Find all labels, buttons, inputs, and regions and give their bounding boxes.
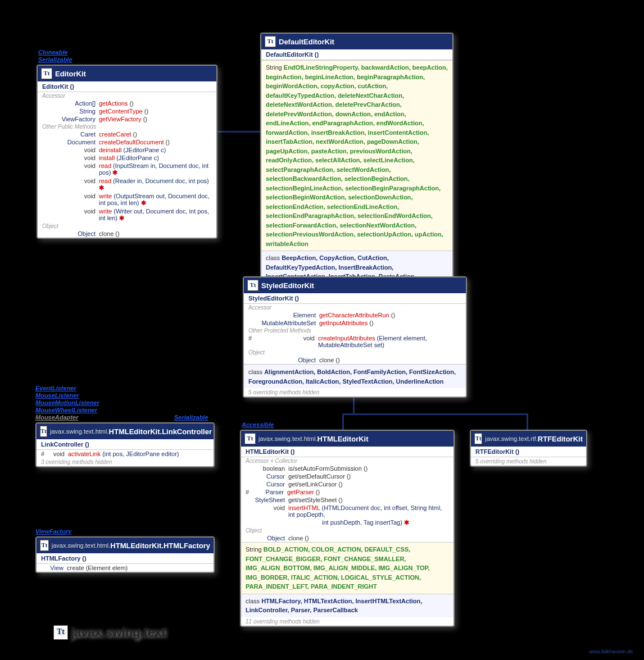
label-mousewheel[interactable]: MouseWheelListener [35,407,97,413]
rtfeditorkit-header: Ttjavax.swing.text.rtf.RTFEditorKit [471,431,586,447]
defaulteditorkit-ctor[interactable]: DefaultEditorKit () [261,49,452,60]
stylededitorkit-body: Accessor ElementgetCharacterAttributeRun… [244,304,466,365]
connector-to-rtf [527,413,528,430]
label-mouseadapter[interactable]: MouseAdapter [35,414,78,421]
editorkit-ctor[interactable]: EditorKit () [38,81,216,92]
package-icon: Tt [53,625,68,640]
rtfeditorkit-title: RTFEditorKit [538,435,583,443]
htmlfactory-method: Viewcreate (Element elem) [37,564,214,572]
class-stylededitorkit: TtStyledEditorKit StyledEditorKit () Acc… [243,276,467,398]
htmlfactory-title: HTMLEditorKit.HTMLFactory [110,541,210,550]
class-icon: Tt [244,433,256,444]
stylededitorkit-ctor[interactable]: StyledEditorKit () [244,293,466,304]
hidden-note: 3 overriding methods hidden [37,458,214,466]
defaulteditorkit-header: TtDefaultEditorKit [261,34,452,49]
footer-link[interactable]: www.falkhausen.de [589,649,633,654]
class-defaulteditorkit: TtDefaultEditorKit DefaultEditorKit () S… [260,33,453,293]
stylededitorkit-classes: class AlignmentAction, BoldAction, FontF… [244,365,466,388]
hidden-note: 5 overriding methods hidden [244,388,466,397]
label-mouselistener[interactable]: MouseListener [35,392,79,399]
hidden-note: 5 overriding methods hidden [471,457,586,466]
connector-styled-down [353,398,355,415]
linkcontroller-method: #voidactivateLink (int pos, JEditorPane … [37,450,214,458]
connector-styled-hsplit [342,413,528,415]
connector-to-html [342,413,344,430]
class-htmleditorkit: Ttjavax.swing.text.html.HTMLEditorKit HT… [240,430,455,627]
editorkit-title: EditorKit [55,70,86,78]
label-serializable-2[interactable]: Serializable [174,414,208,421]
htmleditorkit-classes: class HTMLFactory, HTMLTextAction, Inser… [241,594,453,617]
class-editorkit: TtEditorKit EditorKit () Accessor Action… [37,65,217,239]
htmleditorkit-ctor[interactable]: HTMLEditorKit () [241,447,453,457]
connector-editorkit-default [215,131,260,133]
class-icon: Tt [40,540,49,551]
class-icon: Tt [265,36,276,47]
linkcontroller-ctor[interactable]: LinkController () [37,439,214,450]
stylededitorkit-header: TtStyledEditorKit [244,277,466,293]
editorkit-body: Accessor Action[]getActions () Stringget… [38,92,216,238]
editorkit-header: TtEditorKit [38,66,216,81]
package-title: Ttjavax.swing.text [53,625,166,640]
class-rtfeditorkit: Ttjavax.swing.text.rtf.RTFEditorKit RTFE… [470,430,587,467]
class-linkcontroller: Ttjavax.swing.text.html.HTMLEditorKit.Li… [35,422,215,467]
label-cloneable[interactable]: Cloneable [38,49,68,56]
htmleditorkit-fields: String BOLD_ACTION, COLOR_ACTION, DEFAUL… [241,542,453,594]
defaulteditorkit-title: DefaultEditorKit [279,38,334,46]
defaulteditorkit-fields: String EndOfLineStringProperty, backward… [261,60,452,251]
linkcontroller-title: HTMLEditorKit.LinkController [109,427,212,436]
htmleditorkit-title: HTMLEditorKit [318,435,369,443]
class-icon: Tt [40,426,47,437]
label-serializable-1[interactable]: Serializable [38,56,72,63]
rtfeditorkit-ctor[interactable]: RTFEditorKit () [471,447,586,457]
stylededitorkit-title: StyledEditorKit [261,281,314,290]
label-viewfactory[interactable]: ViewFactory [35,528,71,535]
label-accessible[interactable]: Accessible [242,421,274,428]
htmlfactory-ctor[interactable]: HTMLFactory () [37,553,214,564]
htmleditorkit-header: Ttjavax.swing.text.html.HTMLEditorKit [241,431,453,447]
linkcontroller-header: Ttjavax.swing.text.html.HTMLEditorKit.Li… [37,424,214,439]
class-icon: Tt [474,433,482,444]
class-htmlfactory: Ttjavax.swing.text.html.HTMLEditorKit.HT… [35,536,215,573]
hidden-note: 11 overriding methods hidden [241,617,453,626]
label-eventlistener[interactable]: EventListener [35,385,76,392]
label-mousemotion[interactable]: MouseMotionListener [35,399,99,406]
htmleditorkit-body: Accessor + Collector booleanis/setAutoFo… [241,457,453,542]
htmlfactory-header: Ttjavax.swing.text.html.HTMLEditorKit.HT… [37,538,214,553]
class-icon: Tt [247,280,258,291]
class-icon: Tt [41,68,52,79]
